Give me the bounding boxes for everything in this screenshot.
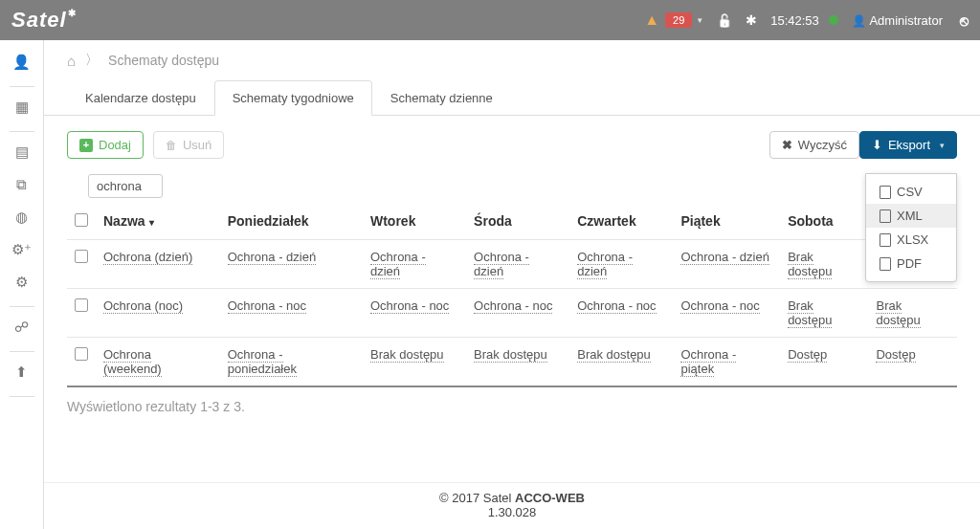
cell-fri[interactable]: Ochrona - noc xyxy=(680,298,759,314)
export-dropdown: CSV XML XLSX PDF xyxy=(865,173,957,282)
home-icon[interactable]: ⌂ xyxy=(67,53,76,69)
tab-daily[interactable]: Schematy dzienne xyxy=(372,80,511,115)
sidebar-item-calendar[interactable]: ▦ xyxy=(8,93,36,121)
unlock-icon xyxy=(717,13,732,28)
delete-button[interactable]: 🗑Usuń xyxy=(153,131,224,159)
file-icon xyxy=(880,209,891,223)
sidebar-item-processes[interactable]: ⚙⁺ xyxy=(8,235,36,264)
sidebar-item-copy[interactable]: ⧉ xyxy=(8,170,36,199)
export-csv[interactable]: CSV xyxy=(866,180,956,204)
row-name[interactable]: Ochrona (weekend) xyxy=(103,347,162,377)
cell-fri[interactable]: Ochrona - piątek xyxy=(680,347,736,377)
alerts-indicator[interactable]: ▲ 29 ▼ xyxy=(644,11,703,29)
table-row: Ochrona (noc)Ochrona - nocOchrona - nocO… xyxy=(67,289,957,338)
col-sat[interactable]: Sobota xyxy=(780,204,868,240)
footer: © 2017 Satel ACCO-WEB 1.30.028 xyxy=(44,482,980,529)
topbar: Satel✱ ▲ 29 ▼ ✱ 15:42:53 Administrator ⎋ xyxy=(0,0,980,40)
row-name[interactable]: Ochrona (dzień) xyxy=(103,250,192,265)
export-xml[interactable]: XML xyxy=(866,204,956,228)
cell-sat[interactable]: Brak dostępu xyxy=(788,250,832,279)
cell-tue[interactable]: Brak dostępu xyxy=(370,347,444,363)
user-icon xyxy=(852,13,866,28)
cell-wed[interactable]: Brak dostępu xyxy=(474,347,547,363)
cell-sun[interactable]: Dostęp xyxy=(876,347,915,363)
row-checkbox[interactable] xyxy=(75,250,88,263)
cell-sat[interactable]: Brak dostępu xyxy=(788,298,832,328)
user-menu[interactable]: Administrator xyxy=(852,13,943,28)
cell-tue[interactable]: Ochrona - dzień xyxy=(370,250,426,279)
alert-count-badge: 29 xyxy=(665,12,692,28)
export-pdf[interactable]: PDF xyxy=(866,252,956,276)
close-icon: ✖ xyxy=(782,138,792,152)
logout-button[interactable]: ⎋ xyxy=(960,12,969,29)
plus-icon: + xyxy=(79,139,93,152)
row-name[interactable]: Ochrona (noc) xyxy=(103,298,183,314)
col-mon[interactable]: Poniedziałek xyxy=(220,204,363,240)
col-tue[interactable]: Wtorek xyxy=(363,204,466,240)
results-summary: Wyświetlono rezultaty 1-3 z 3. xyxy=(67,387,957,422)
col-wed[interactable]: Środa xyxy=(466,204,569,240)
sidebar: 👤 ▦ ▤ ⧉ ◍ ⚙⁺ ⚙ ☍ ⬆ xyxy=(0,40,44,529)
cell-sat[interactable]: Dostęp xyxy=(788,347,827,363)
sort-indicator-icon: ▾ xyxy=(149,217,154,228)
add-button[interactable]: +Dodaj xyxy=(67,131,144,159)
sidebar-item-integrations[interactable]: ☍ xyxy=(8,313,36,342)
cell-fri[interactable]: Ochrona - dzień xyxy=(680,250,769,265)
unlock-button[interactable] xyxy=(717,13,732,28)
export-xlsx[interactable]: XLSX xyxy=(866,228,956,252)
sidebar-item-settings[interactable]: ⚙ xyxy=(8,268,36,297)
cell-thu[interactable]: Ochrona - noc xyxy=(577,298,656,314)
cell-thu[interactable]: Ochrona - dzień xyxy=(577,250,633,279)
breadcrumb: ⌂ 〉 Schematy dostępu xyxy=(44,40,980,80)
logo: Satel✱ xyxy=(11,8,76,33)
sidebar-item-user[interactable]: 👤 xyxy=(8,48,36,77)
row-checkbox[interactable] xyxy=(75,298,88,312)
chevron-down-icon: ▼ xyxy=(696,16,703,25)
cell-wed[interactable]: Ochrona - dzień xyxy=(474,250,529,279)
tabs: Kalendarze dostępu Schematy tygodniowe S… xyxy=(44,80,980,116)
chevron-down-icon: ▾ xyxy=(940,141,945,150)
file-icon xyxy=(880,257,891,271)
sidebar-item-document[interactable]: ▤ xyxy=(8,138,36,166)
table-row: Ochrona (weekend)Ochrona - poniedziałekB… xyxy=(67,338,957,387)
file-icon xyxy=(880,233,891,247)
toolbar: +Dodaj 🗑Usuń ✖Wyczyść ⬇Eksport▾ CSV XML … xyxy=(67,131,957,159)
cell-mon[interactable]: Ochrona - noc xyxy=(228,298,306,314)
col-name[interactable]: Nazwa▾ xyxy=(96,204,220,240)
status-dot-icon xyxy=(829,15,838,25)
tab-weekly[interactable]: Schematy tygodniowe xyxy=(214,80,372,116)
sidebar-item-upload[interactable]: ⬆ xyxy=(8,358,36,386)
cell-thu[interactable]: Brak dostępu xyxy=(577,347,651,363)
cell-sun[interactable]: Brak dostępu xyxy=(876,298,920,328)
snowflake-button[interactable]: ✱ xyxy=(746,12,757,28)
trash-icon: 🗑 xyxy=(166,139,177,152)
breadcrumb-separator: 〉 xyxy=(85,52,99,69)
export-button[interactable]: ⬇Eksport▾ xyxy=(859,131,957,159)
file-icon xyxy=(880,186,891,199)
cell-tue[interactable]: Ochrona - noc xyxy=(370,298,449,314)
col-fri[interactable]: Piątek xyxy=(673,204,780,240)
clock: 15:42:53 xyxy=(770,13,838,28)
cell-wed[interactable]: Ochrona - noc xyxy=(474,298,552,314)
breadcrumb-title: Schematy dostępu xyxy=(108,53,219,68)
sidebar-item-globe[interactable]: ◍ xyxy=(8,203,36,231)
search-input[interactable] xyxy=(88,174,163,198)
cell-mon[interactable]: Ochrona - dzień xyxy=(228,250,317,265)
schedule-table: Nazwa▾ Poniedziałek Wtorek Środa Czwarte… xyxy=(67,204,957,387)
tab-calendars[interactable]: Kalendarze dostępu xyxy=(67,80,214,115)
clear-button[interactable]: ✖Wyczyść xyxy=(769,131,859,159)
download-icon: ⬇ xyxy=(872,138,882,152)
row-checkbox[interactable] xyxy=(75,347,88,361)
select-all-checkbox[interactable] xyxy=(75,213,88,227)
col-thu[interactable]: Czwartek xyxy=(569,204,673,240)
table-row: Ochrona (dzień)Ochrona - dzieńOchrona - … xyxy=(67,240,957,289)
cell-mon[interactable]: Ochrona - poniedziałek xyxy=(228,347,297,377)
warning-icon: ▲ xyxy=(644,11,659,29)
